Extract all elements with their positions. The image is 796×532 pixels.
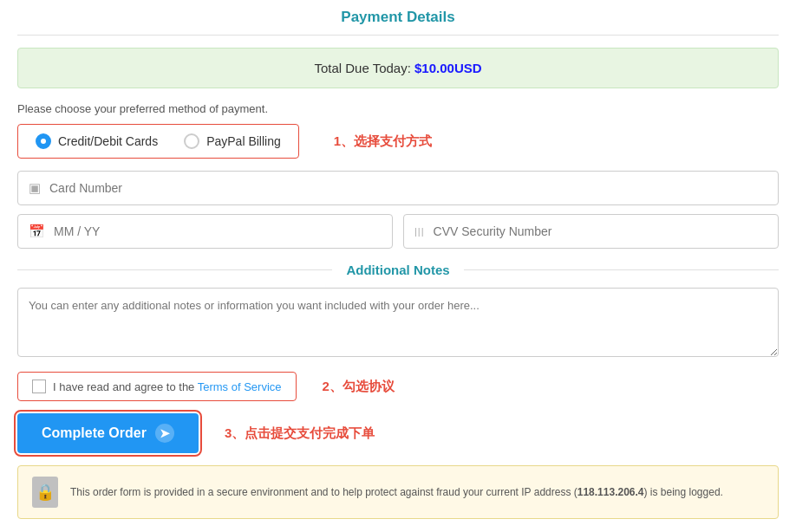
complete-order-row: Complete Order ➤ 3、点击提交支付完成下单 xyxy=(17,413,779,453)
expiry-field[interactable]: 📅 xyxy=(17,214,393,249)
paypal-label: PayPal Billing xyxy=(206,134,281,148)
additional-notes-label: Additional Notes xyxy=(332,263,463,277)
total-amount: $10.00USD xyxy=(414,61,482,75)
secure-bar: 🔒 This order form is provided in a secur… xyxy=(17,465,779,519)
total-bar: Total Due Today: $10.00USD xyxy=(17,48,779,88)
secure-text-before: This order form is provided in a secure … xyxy=(70,486,577,498)
payment-method-instruction: Please choose your preferred method of p… xyxy=(17,102,779,115)
payment-options-wrapper: Credit/Debit Cards PayPal Billing xyxy=(17,124,299,159)
agree-wrapper: I have read and agree to the Terms of Se… xyxy=(17,372,297,401)
payment-method-annotation: 1、选择支付方式 xyxy=(334,133,432,150)
ip-address: 118.113.206.4 xyxy=(577,486,644,498)
agree-annotation: 2、勾选协议 xyxy=(323,379,395,395)
agree-text-before: I have read and agree to the xyxy=(53,380,198,393)
additional-notes-divider: Additional Notes xyxy=(17,263,779,277)
card-number-input[interactable] xyxy=(49,181,767,195)
credit-card-option[interactable]: Credit/Debit Cards xyxy=(36,133,158,149)
paypal-radio[interactable] xyxy=(184,133,199,149)
cvv-field[interactable]: ||| xyxy=(403,214,779,249)
paypal-option[interactable]: PayPal Billing xyxy=(184,133,281,149)
notes-textarea[interactable] xyxy=(17,288,779,357)
card-number-field[interactable]: ▣ xyxy=(17,171,779,205)
cvv-input[interactable] xyxy=(434,224,767,238)
agree-text: I have read and agree to the Terms of Se… xyxy=(53,380,282,393)
complete-order-button[interactable]: Complete Order ➤ xyxy=(17,413,199,453)
secure-text-after: ) is being logged. xyxy=(644,486,723,498)
section-title: Payment Details xyxy=(17,9,779,36)
complete-order-annotation: 3、点击提交支付完成下单 xyxy=(225,425,375,442)
arrow-icon: ➤ xyxy=(155,424,174,443)
complete-order-label: Complete Order xyxy=(42,425,147,441)
agree-row: I have read and agree to the Terms of Se… xyxy=(17,372,779,401)
expiry-input[interactable] xyxy=(54,224,382,238)
lock-icon: 🔒 xyxy=(32,477,58,508)
card-icon: ▣ xyxy=(29,180,41,196)
secure-text: This order form is provided in a secure … xyxy=(70,486,723,498)
total-label: Total Due Today: xyxy=(314,61,410,75)
terms-of-service-link[interactable]: Terms of Service xyxy=(198,380,282,393)
cvv-icon: ||| xyxy=(414,226,425,237)
expiry-cvv-row: 📅 ||| xyxy=(17,214,779,249)
payment-options-row: Credit/Debit Cards PayPal Billing 1、选择支付… xyxy=(17,124,779,159)
credit-card-radio[interactable] xyxy=(36,133,51,149)
calendar-icon: 📅 xyxy=(29,224,45,239)
agree-checkbox[interactable] xyxy=(32,380,46,393)
credit-card-label: Credit/Debit Cards xyxy=(58,134,158,148)
